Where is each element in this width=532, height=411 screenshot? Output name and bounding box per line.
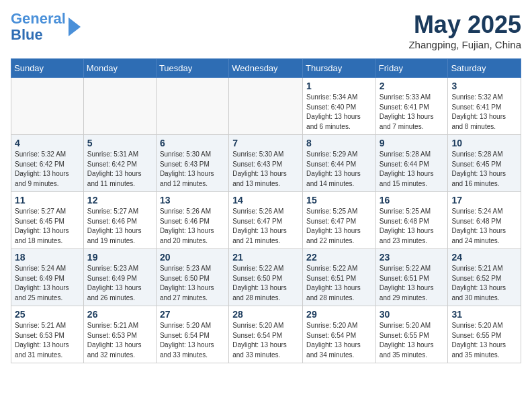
calendar-cell: 22Sunrise: 5:22 AMSunset: 6:51 PMDayligh… <box>303 249 376 306</box>
day-number: 29 <box>306 309 372 320</box>
day-number: 23 <box>380 252 445 263</box>
day-info: Sunrise: 5:20 AMSunset: 6:54 PMDaylight:… <box>160 321 225 360</box>
day-info: Sunrise: 5:21 AMSunset: 6:53 PMDaylight:… <box>15 321 80 360</box>
calendar-table: SundayMondayTuesdayWednesdayThursdayFrid… <box>11 58 521 363</box>
calendar-cell: 11Sunrise: 5:27 AMSunset: 6:45 PMDayligh… <box>11 192 84 249</box>
calendar-col-tuesday: Tuesday <box>156 59 228 78</box>
day-number: 14 <box>232 195 299 205</box>
calendar-cell: 6Sunrise: 5:30 AMSunset: 6:43 PMDaylight… <box>156 135 228 192</box>
day-number: 8 <box>306 138 372 148</box>
day-number: 30 <box>380 309 445 320</box>
calendar-cell: 19Sunrise: 5:23 AMSunset: 6:49 PMDayligh… <box>83 249 156 306</box>
day-info: Sunrise: 5:25 AMSunset: 6:48 PMDaylight:… <box>380 207 445 246</box>
calendar-cell <box>11 78 84 135</box>
calendar-week-3: 11Sunrise: 5:27 AMSunset: 6:45 PMDayligh… <box>11 192 521 249</box>
calendar-cell: 2Sunrise: 5:33 AMSunset: 6:41 PMDaylight… <box>375 78 448 135</box>
day-info: Sunrise: 5:34 AMSunset: 6:40 PMDaylight:… <box>306 93 372 132</box>
day-info: Sunrise: 5:30 AMSunset: 6:43 PMDaylight:… <box>160 150 225 189</box>
day-info: Sunrise: 5:28 AMSunset: 6:45 PMDaylight:… <box>451 150 517 189</box>
day-number: 27 <box>160 309 225 320</box>
calendar-cell: 30Sunrise: 5:20 AMSunset: 6:55 PMDayligh… <box>375 306 448 363</box>
calendar-cell: 14Sunrise: 5:26 AMSunset: 6:47 PMDayligh… <box>229 192 303 249</box>
calendar-col-saturday: Saturday <box>448 59 521 78</box>
day-info: Sunrise: 5:29 AMSunset: 6:44 PMDaylight:… <box>306 150 372 189</box>
day-number: 10 <box>451 138 517 148</box>
calendar-cell: 29Sunrise: 5:20 AMSunset: 6:54 PMDayligh… <box>303 306 376 363</box>
calendar-header-row: SundayMondayTuesdayWednesdayThursdayFrid… <box>11 59 521 78</box>
logo-general: General <box>11 10 66 27</box>
day-number: 7 <box>232 138 299 148</box>
logo-text: General Blue <box>11 11 66 43</box>
day-info: Sunrise: 5:24 AMSunset: 6:48 PMDaylight:… <box>451 207 517 246</box>
title-block: May 2025 Zhangping, Fujian, China <box>408 11 521 50</box>
day-info: Sunrise: 5:31 AMSunset: 6:42 PMDaylight:… <box>87 150 152 189</box>
day-number: 16 <box>380 195 445 205</box>
calendar-cell: 25Sunrise: 5:21 AMSunset: 6:53 PMDayligh… <box>11 306 84 363</box>
calendar-col-monday: Monday <box>83 59 156 78</box>
day-info: Sunrise: 5:32 AMSunset: 6:41 PMDaylight:… <box>451 93 517 132</box>
calendar-week-5: 25Sunrise: 5:21 AMSunset: 6:53 PMDayligh… <box>11 306 521 363</box>
day-number: 19 <box>87 252 152 263</box>
calendar-col-friday: Friday <box>375 59 448 78</box>
day-number: 28 <box>232 309 299 320</box>
calendar-cell: 1Sunrise: 5:34 AMSunset: 6:40 PMDaylight… <box>303 78 376 135</box>
day-info: Sunrise: 5:20 AMSunset: 6:54 PMDaylight:… <box>232 321 299 360</box>
day-number: 6 <box>160 138 225 148</box>
calendar-cell <box>156 78 228 135</box>
day-info: Sunrise: 5:33 AMSunset: 6:41 PMDaylight:… <box>380 93 445 132</box>
day-info: Sunrise: 5:27 AMSunset: 6:46 PMDaylight:… <box>87 207 152 246</box>
day-number: 11 <box>15 195 80 205</box>
month-title: May 2025 <box>408 11 521 39</box>
day-number: 22 <box>306 252 372 263</box>
calendar-cell: 12Sunrise: 5:27 AMSunset: 6:46 PMDayligh… <box>83 192 156 249</box>
day-number: 31 <box>451 309 517 320</box>
calendar-cell: 17Sunrise: 5:24 AMSunset: 6:48 PMDayligh… <box>448 192 521 249</box>
calendar-cell: 28Sunrise: 5:20 AMSunset: 6:54 PMDayligh… <box>229 306 303 363</box>
day-info: Sunrise: 5:22 AMSunset: 6:51 PMDaylight:… <box>380 264 445 303</box>
day-number: 21 <box>232 252 299 263</box>
day-number: 12 <box>87 195 152 205</box>
calendar-cell: 18Sunrise: 5:24 AMSunset: 6:49 PMDayligh… <box>11 249 84 306</box>
day-info: Sunrise: 5:23 AMSunset: 6:50 PMDaylight:… <box>160 264 225 303</box>
day-info: Sunrise: 5:23 AMSunset: 6:49 PMDaylight:… <box>87 264 152 303</box>
day-info: Sunrise: 5:26 AMSunset: 6:46 PMDaylight:… <box>160 207 225 246</box>
day-number: 17 <box>451 195 517 205</box>
day-number: 5 <box>87 138 152 148</box>
day-number: 13 <box>160 195 225 205</box>
day-number: 2 <box>380 81 445 91</box>
calendar-cell: 13Sunrise: 5:26 AMSunset: 6:46 PMDayligh… <box>156 192 228 249</box>
calendar-col-thursday: Thursday <box>303 59 376 78</box>
day-number: 18 <box>15 252 80 263</box>
calendar-cell: 23Sunrise: 5:22 AMSunset: 6:51 PMDayligh… <box>375 249 448 306</box>
calendar-week-2: 4Sunrise: 5:32 AMSunset: 6:42 PMDaylight… <box>11 135 521 192</box>
day-info: Sunrise: 5:20 AMSunset: 6:55 PMDaylight:… <box>380 321 445 360</box>
day-number: 1 <box>306 81 372 91</box>
day-info: Sunrise: 5:26 AMSunset: 6:47 PMDaylight:… <box>232 207 299 246</box>
day-info: Sunrise: 5:27 AMSunset: 6:45 PMDaylight:… <box>15 207 80 246</box>
day-info: Sunrise: 5:24 AMSunset: 6:49 PMDaylight:… <box>15 264 80 303</box>
day-info: Sunrise: 5:21 AMSunset: 6:53 PMDaylight:… <box>87 321 152 360</box>
calendar-cell: 4Sunrise: 5:32 AMSunset: 6:42 PMDaylight… <box>11 135 84 192</box>
day-info: Sunrise: 5:22 AMSunset: 6:50 PMDaylight:… <box>232 264 299 303</box>
day-info: Sunrise: 5:20 AMSunset: 6:54 PMDaylight:… <box>306 321 372 360</box>
day-info: Sunrise: 5:28 AMSunset: 6:44 PMDaylight:… <box>380 150 445 189</box>
day-number: 20 <box>160 252 225 263</box>
logo-blue: Blue <box>11 26 43 43</box>
calendar-cell: 3Sunrise: 5:32 AMSunset: 6:41 PMDaylight… <box>448 78 521 135</box>
logo-arrow-icon <box>69 17 81 36</box>
day-info: Sunrise: 5:21 AMSunset: 6:52 PMDaylight:… <box>451 264 517 303</box>
day-info: Sunrise: 5:25 AMSunset: 6:47 PMDaylight:… <box>306 207 372 246</box>
logo: General Blue <box>11 11 81 43</box>
location-subtitle: Zhangping, Fujian, China <box>408 39 521 50</box>
day-number: 9 <box>380 138 445 148</box>
day-number: 15 <box>306 195 372 205</box>
calendar-cell: 16Sunrise: 5:25 AMSunset: 6:48 PMDayligh… <box>375 192 448 249</box>
calendar-cell <box>83 78 156 135</box>
calendar-cell: 8Sunrise: 5:29 AMSunset: 6:44 PMDaylight… <box>303 135 376 192</box>
calendar-cell: 21Sunrise: 5:22 AMSunset: 6:50 PMDayligh… <box>229 249 303 306</box>
day-info: Sunrise: 5:20 AMSunset: 6:55 PMDaylight:… <box>451 321 517 360</box>
day-number: 24 <box>451 252 517 263</box>
calendar-week-1: 1Sunrise: 5:34 AMSunset: 6:40 PMDaylight… <box>11 78 521 135</box>
day-number: 4 <box>15 138 80 148</box>
day-number: 26 <box>87 309 152 320</box>
